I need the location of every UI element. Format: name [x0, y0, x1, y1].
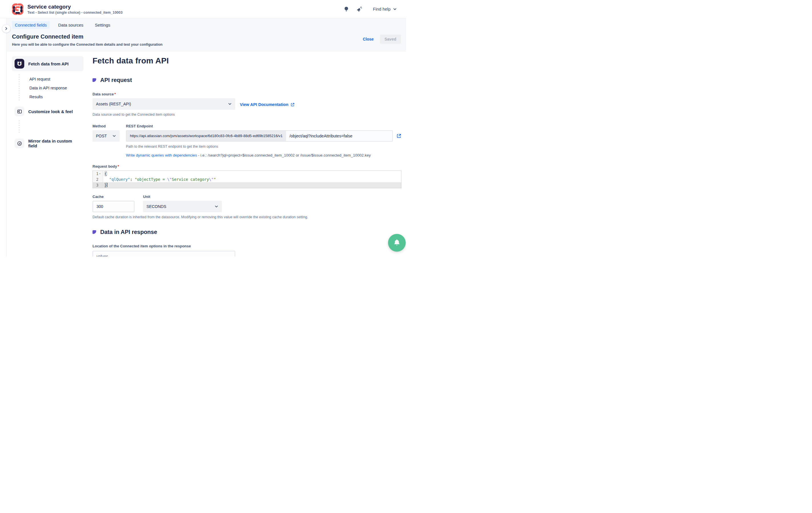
- step-customize-look-feel[interactable]: Customize look & feel: [12, 104, 83, 119]
- endpoint-base-url: https://api.atlassian.com/jsm/assets/wor…: [126, 131, 286, 141]
- step-fetch-label: Fetch data from API: [28, 61, 68, 66]
- config-stepper: Ʊ Fetch data from API API request Data i…: [12, 56, 83, 256]
- view-api-documentation-link[interactable]: View API Documentation: [240, 102, 295, 110]
- code-line-3: 3 }: [93, 182, 401, 188]
- step-mirror-data[interactable]: Mirror data in custom field: [12, 136, 83, 151]
- bell-icon: [393, 238, 401, 247]
- step-connector: [19, 120, 20, 134]
- lightbulb-button[interactable]: [342, 5, 351, 14]
- fetch-data-form: Fetch data from API API request Data sou…: [92, 56, 402, 256]
- dynamic-queries-link[interactable]: Write dynamic queries with dependencies: [126, 153, 197, 158]
- cache-helper: Default cache duration is inherited from…: [92, 215, 401, 219]
- request-body-code-editor[interactable]: 1▾ { 2 "qlQuery": "objectType = \"Servic…: [92, 171, 401, 188]
- step-mirror-label: Mirror data in custom field: [28, 139, 80, 148]
- required-asterisk: *: [114, 92, 116, 96]
- location-label: Location of the Connected item options i…: [92, 244, 401, 248]
- tab-connected-fields[interactable]: Connected fields: [12, 21, 50, 29]
- section-page-title: Configure Connected item: [12, 33, 163, 40]
- section-page-subtitle: Here you will be able to configure the C…: [12, 42, 163, 47]
- collapsed-nav-rail: [0, 18, 6, 256]
- location-input[interactable]: [92, 251, 235, 256]
- data-source-label: Data source*: [92, 92, 401, 96]
- text-cursor: [107, 183, 107, 187]
- main-region: Connected fields Data sources Settings C…: [7, 18, 406, 256]
- app-logo-icon: [12, 3, 23, 15]
- announcements-button[interactable]: [354, 5, 364, 14]
- unit-label: Unit: [143, 195, 222, 199]
- cache-label: Cache: [92, 195, 135, 199]
- quarter-round-bullet: [92, 230, 96, 234]
- app-window: Service category Text - Select list (sin…: [0, 0, 406, 256]
- method-select[interactable]: POST: [92, 130, 120, 142]
- external-link-icon[interactable]: [396, 133, 401, 139]
- api-request-section-title: API request: [100, 77, 132, 83]
- megaphone-icon: [356, 6, 362, 12]
- step-fetch-data[interactable]: Ʊ Fetch data from API: [12, 56, 83, 71]
- chevron-down-icon: [393, 7, 397, 11]
- lightbulb-icon: [343, 6, 349, 12]
- rest-endpoint-field: https://api.atlassian.com/jsm/assets/wor…: [126, 130, 393, 142]
- request-body-label: Request body*: [92, 164, 401, 169]
- code-line-1: 1▾ {: [93, 171, 401, 176]
- chevron-down-icon: [214, 204, 219, 208]
- cache-input[interactable]: [92, 201, 135, 212]
- page-title: Service category: [27, 4, 122, 10]
- external-link-icon: [290, 103, 295, 107]
- step-connector: [19, 75, 20, 101]
- page-subtitle: Text - Select list (single choice) - con…: [27, 10, 122, 15]
- method-value: POST: [96, 134, 107, 138]
- chevron-down-icon: [228, 102, 232, 106]
- notifications-fab[interactable]: [388, 234, 406, 252]
- quarter-round-bullet: [92, 78, 96, 82]
- endpoint-helper: Path to the relevant REST endpoint to ge…: [126, 145, 401, 148]
- unit-value: SECONDS: [146, 204, 166, 209]
- unit-select[interactable]: SECONDS: [143, 201, 222, 212]
- endpoint-path-input[interactable]: [286, 131, 392, 141]
- tab-settings[interactable]: Settings: [92, 21, 113, 29]
- tab-bar: Connected fields Data sources Settings: [12, 21, 401, 29]
- step-customize-label: Customize look & feel: [28, 109, 73, 114]
- close-button[interactable]: Close: [362, 35, 375, 43]
- mirror-icon: [14, 139, 24, 148]
- required-asterisk: *: [118, 164, 119, 169]
- header-band: Connected fields Data sources Settings C…: [7, 18, 406, 52]
- form-title: Fetch data from API: [92, 56, 401, 65]
- chevron-right-icon: [5, 27, 8, 30]
- fold-caret-icon[interactable]: ▾: [99, 171, 102, 176]
- dynamic-queries-example: - i.e.: /search?jql=project=$issue.conne…: [197, 153, 371, 158]
- rest-endpoint-label: REST Endpoint: [126, 124, 401, 128]
- saved-button[interactable]: Saved: [380, 34, 401, 44]
- dynamic-queries-line: Write dynamic queries with dependencies …: [126, 153, 401, 158]
- substep-data-in-api-response[interactable]: Data in API response: [29, 83, 67, 92]
- substep-results[interactable]: Results: [29, 92, 67, 101]
- find-help-label: Find help: [373, 6, 390, 11]
- substep-api-request[interactable]: API request: [29, 75, 67, 83]
- layout-panel-icon: [14, 107, 24, 116]
- connect-hook-icon: Ʊ: [14, 59, 24, 68]
- code-line-2: 2 "qlQuery": "objectType = \"Service cat…: [93, 176, 401, 182]
- chevron-down-icon: [112, 134, 116, 138]
- tab-data-sources[interactable]: Data sources: [55, 21, 86, 29]
- method-label: Method: [92, 124, 120, 128]
- find-help-menu[interactable]: Find help: [371, 5, 399, 13]
- data-source-select[interactable]: Assets (REST_API): [92, 98, 235, 110]
- response-section-title: Data in API response: [100, 229, 157, 235]
- top-header: Service category Text - Select list (sin…: [0, 0, 406, 18]
- data-source-value: Assets (REST_API): [96, 102, 131, 106]
- data-source-helper: Data source used to get the Connected it…: [92, 113, 401, 117]
- expand-panel-button[interactable]: [2, 24, 10, 33]
